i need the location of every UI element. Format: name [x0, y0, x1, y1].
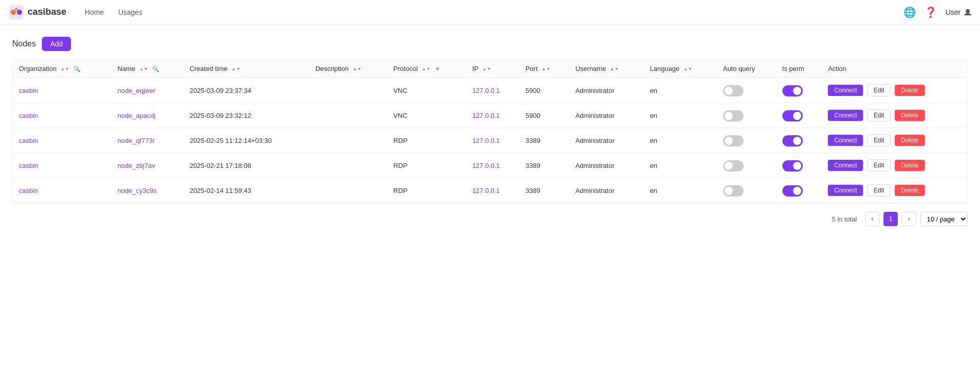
auto-query-slider-4: [723, 185, 744, 196]
nodes-table: Organization ▲▼ 🔍 Name ▲▼ 🔍 Created time…: [12, 59, 968, 204]
cell-action-2: Connect Edit Delete: [822, 128, 967, 153]
name-link-0[interactable]: node_eqjwer: [117, 87, 155, 94]
cell-action-3: Connect Edit Delete: [822, 153, 967, 178]
connect-button-0[interactable]: Connect: [828, 85, 863, 96]
add-button[interactable]: Add: [42, 37, 71, 51]
connect-button-4[interactable]: Connect: [828, 185, 863, 196]
ip-link-4[interactable]: 127.0.0.1: [472, 187, 500, 194]
cell-port-1: 5900: [519, 103, 569, 128]
col-language: Language ▲▼: [644, 60, 717, 78]
org-link-0[interactable]: casbin: [19, 87, 38, 94]
cell-action-4: Connect Edit Delete: [822, 178, 967, 203]
ip-link-3[interactable]: 127.0.0.1: [472, 162, 500, 169]
help-icon[interactable]: ❓: [924, 6, 937, 18]
is-perm-toggle-0[interactable]: [782, 85, 803, 96]
org-link-2[interactable]: casbin: [19, 137, 38, 144]
cell-ip-3: 127.0.0.1: [466, 153, 519, 178]
sort-protocol[interactable]: ▲▼: [422, 67, 431, 71]
ip-link-0[interactable]: 127.0.0.1: [472, 87, 500, 94]
next-page-button[interactable]: ›: [902, 212, 916, 226]
edit-button-4[interactable]: Edit: [867, 184, 891, 196]
cell-description-1: [309, 103, 388, 128]
cell-created-time-2: 2025-02-25 11:12:14+03:30: [183, 128, 309, 153]
delete-button-3[interactable]: Delete: [895, 160, 925, 171]
col-description: Description ▲▼: [309, 60, 388, 78]
col-action: Action: [822, 60, 967, 78]
sort-name[interactable]: ▲▼: [139, 67, 148, 71]
auto-query-toggle-3[interactable]: [723, 160, 744, 171]
cell-is-perm-3: [776, 153, 822, 178]
logo[interactable]: casibase: [8, 4, 66, 20]
page-1-button[interactable]: 1: [883, 212, 898, 226]
org-link-3[interactable]: casbin: [19, 162, 38, 169]
ip-link-2[interactable]: 127.0.0.1: [472, 137, 500, 144]
connect-button-3[interactable]: Connect: [828, 160, 863, 171]
cell-auto-query-1: [717, 103, 776, 128]
cell-language-2: en: [644, 128, 717, 153]
cell-username-4: Administrator: [569, 178, 644, 203]
is-perm-toggle-4[interactable]: [782, 185, 803, 196]
cell-description-3: [309, 153, 388, 178]
name-link-2[interactable]: node_qf773r: [117, 137, 155, 144]
org-link-1[interactable]: casbin: [19, 112, 38, 119]
auto-query-toggle-0[interactable]: [723, 85, 744, 96]
cell-port-2: 3389: [519, 128, 569, 153]
globe-icon[interactable]: 🌐: [903, 6, 916, 18]
sort-ip[interactable]: ▲▼: [482, 67, 491, 71]
edit-button-0[interactable]: Edit: [867, 84, 891, 96]
edit-button-3[interactable]: Edit: [867, 159, 891, 171]
cell-language-4: en: [644, 178, 717, 203]
connect-button-1[interactable]: Connect: [828, 110, 863, 121]
sort-username[interactable]: ▲▼: [610, 67, 619, 71]
page-size-select[interactable]: 10 / page 20 / page 50 / page: [920, 212, 968, 226]
nav-links: Home Usages: [79, 6, 149, 18]
edit-button-2[interactable]: Edit: [867, 134, 891, 146]
nav-home[interactable]: Home: [79, 6, 110, 18]
col-auto-query: Auto query: [717, 60, 776, 78]
connect-button-2[interactable]: Connect: [828, 135, 863, 146]
delete-button-2[interactable]: Delete: [895, 135, 925, 146]
is-perm-toggle-2[interactable]: [782, 135, 803, 146]
nav-usages[interactable]: Usages: [112, 6, 148, 18]
cell-name-4: node_cy3c9s: [111, 178, 183, 203]
sort-language[interactable]: ▲▼: [683, 67, 692, 71]
sort-created-time[interactable]: ▲▼: [231, 67, 241, 71]
nav-icons: 🌐 ❓ User: [903, 6, 972, 18]
user-menu[interactable]: User: [945, 8, 972, 16]
cell-name-2: node_qf773r: [111, 128, 183, 153]
prev-page-button[interactable]: ‹: [865, 212, 879, 226]
auto-query-slider-0: [723, 85, 744, 96]
cell-name-3: node_zbj7av: [111, 153, 183, 178]
sort-organization[interactable]: ▲▼: [60, 67, 69, 71]
name-link-3[interactable]: node_zbj7av: [117, 162, 155, 169]
auto-query-toggle-4[interactable]: [723, 185, 744, 196]
cell-description-4: [309, 178, 388, 203]
col-is-perm: Is perm: [776, 60, 822, 78]
filter-name-icon[interactable]: 🔍: [152, 66, 159, 72]
edit-button-1[interactable]: Edit: [867, 109, 891, 121]
is-perm-toggle-3[interactable]: [782, 160, 803, 171]
sort-port[interactable]: ▲▼: [541, 67, 551, 71]
svg-point-2: [17, 10, 22, 15]
table-row: casbin node_apacdj 2025-03-09 23:32:12 V…: [13, 103, 967, 128]
auto-query-toggle-2[interactable]: [723, 135, 744, 146]
is-perm-toggle-1[interactable]: [782, 110, 803, 121]
auto-query-toggle-1[interactable]: [723, 110, 744, 121]
cell-username-2: Administrator: [569, 128, 644, 153]
name-link-4[interactable]: node_cy3c9s: [117, 187, 157, 194]
delete-button-4[interactable]: Delete: [895, 185, 925, 196]
cell-ip-1: 127.0.0.1: [466, 103, 519, 128]
org-link-4[interactable]: casbin: [19, 187, 38, 194]
filter-organization-icon[interactable]: 🔍: [74, 66, 81, 72]
delete-button-1[interactable]: Delete: [895, 110, 925, 121]
filter-protocol-icon[interactable]: ▼: [435, 66, 440, 72]
navbar: casibase Home Usages 🌐 ❓ User: [0, 0, 980, 24]
is-perm-slider-4: [782, 185, 803, 196]
ip-link-1[interactable]: 127.0.0.1: [472, 112, 500, 119]
delete-button-0[interactable]: Delete: [895, 85, 925, 96]
user-label: User: [945, 8, 961, 16]
auto-query-slider-1: [723, 110, 744, 121]
col-created-time: Created time ▲▼: [183, 60, 309, 78]
name-link-1[interactable]: node_apacdj: [117, 112, 155, 119]
sort-description[interactable]: ▲▼: [352, 67, 362, 71]
